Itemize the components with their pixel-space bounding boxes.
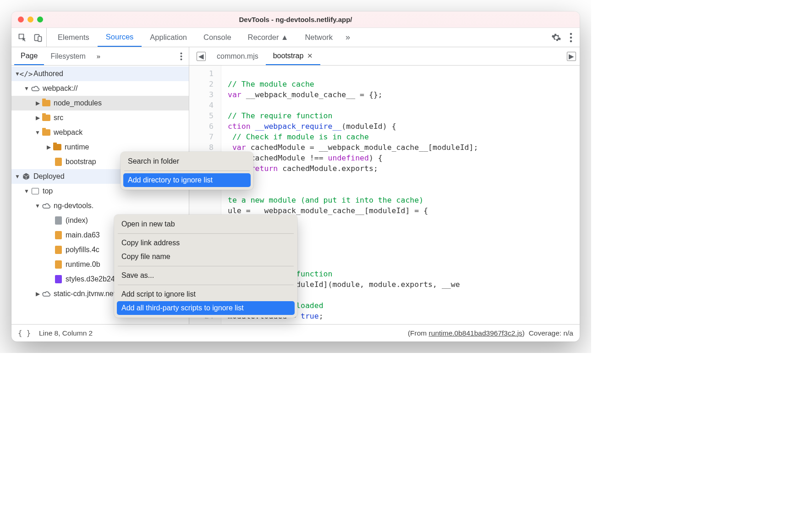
tab-console[interactable]: Console [195,28,240,47]
navigator-tab-page[interactable]: Page [14,47,44,65]
tree-group-authored[interactable]: </> Authored [11,66,189,81]
sub-header: Page Filesystem » ◀ common.mjs bootstrap… [11,47,580,66]
tree-label: node_modules [54,99,102,107]
zoom-window-button[interactable] [37,17,43,22]
window-title: DevTools - ng-devtools.netlify.app/ [11,16,580,23]
cloud-icon [42,201,51,210]
tree-label: src [54,114,63,122]
minimize-window-button[interactable] [27,17,33,22]
editor-tab-label: common.mjs [217,52,258,61]
frame-icon [31,187,40,196]
tab-recorder[interactable]: Recorder ▲ [240,28,297,47]
file-icon [54,260,63,269]
tree-label: runtime.0b [66,260,100,269]
tree-label: ng-devtools. [54,202,93,210]
close-window-button[interactable] [18,17,24,22]
devtools-window: DevTools - ng-devtools.netlify.app/ Elem… [11,11,580,342]
top-tab-bar: Elements Sources Application Console Rec… [11,28,580,47]
ctx-add-all-thirdparty-ignore[interactable]: Add all third-party scripts to ignore li… [117,301,295,315]
tree-label: Deployed [33,172,65,181]
tree-label: webpack:// [43,84,77,93]
svg-rect-1 [38,36,42,41]
tab-recorder-label: Recorder [248,33,279,42]
file-icon [54,157,63,166]
cloud-icon [31,84,40,93]
tree-item-src[interactable]: src [11,110,189,125]
editor-tab-common[interactable]: common.mjs [209,47,266,65]
editor-nav-forward-icon[interactable]: ▶ [563,47,580,65]
context-menu-file: Open in new tab Copy link address Copy f… [114,215,297,318]
cursor-position: Line 8, Column 2 [39,329,93,337]
device-toggle-icon[interactable] [33,33,43,42]
package-icon [22,172,31,181]
navigator-tabs-overflow-icon[interactable]: » [92,52,105,60]
ctx-copy-filename[interactable]: Copy file name [114,250,297,264]
svg-point-4 [570,40,572,42]
chevron-right-icon [34,115,41,121]
tree-label: runtime [65,143,89,151]
svg-point-2 [570,33,572,35]
settings-gear-icon[interactable] [551,33,561,43]
tree-item-webpack-folder[interactable]: webpack [11,125,189,140]
folder-icon [42,99,51,108]
ctx-add-script-ignore[interactable]: Add script to ignore list [114,287,297,301]
tree-label: main.da63 [66,231,100,239]
file-icon [54,245,63,254]
tree-item-node-modules[interactable]: node_modules [11,96,189,110]
tree-label: top [43,187,53,195]
editor-tabs: ◀ common.mjs bootstrap ✕ ▶ [189,47,580,65]
chevron-down-icon [23,85,30,92]
source-info: (From runtime.0b841bad3967f3c2.js) Cover… [408,329,573,337]
tree-label: webpack [54,128,82,137]
tabs-overflow-icon[interactable]: » [341,33,355,42]
source-link[interactable]: runtime.0b841bad3967f3c2.js [429,329,522,337]
tree-label: polyfills.4c [66,246,99,254]
flask-icon: ▲ [281,33,288,42]
titlebar: DevTools - ng-devtools.netlify.app/ [11,11,580,28]
menu-separator [118,285,294,285]
context-menu-folder: Search in folder Add directory to ignore… [121,152,253,190]
ctx-add-directory-ignore[interactable]: Add directory to ignore list [123,173,251,187]
tree-item-ngdevtools[interactable]: ng-devtools. [11,198,189,213]
chevron-down-icon [34,203,41,209]
ctx-search-folder[interactable]: Search in folder [121,154,253,168]
menu-separator [124,171,250,171]
folder-icon [42,113,51,122]
tab-sources[interactable]: Sources [98,28,142,47]
coverage-label: Coverage: n/a [529,329,573,337]
traffic-lights [18,17,43,22]
chevron-down-icon [34,129,41,136]
navigator-more-icon[interactable] [174,52,189,61]
menu-separator [118,266,294,266]
file-icon [54,216,63,225]
svg-point-7 [181,58,182,60]
chevron-right-icon [34,291,41,297]
svg-point-6 [181,55,182,57]
chevron-down-icon [23,188,30,194]
editor-tab-label: bootstrap [273,52,304,60]
inspect-element-icon[interactable] [18,33,27,42]
ctx-open-new-tab[interactable]: Open in new tab [114,217,297,231]
close-tab-icon[interactable]: ✕ [307,52,313,60]
editor-tab-bootstrap[interactable]: bootstrap ✕ [266,47,321,65]
pretty-print-icon[interactable]: { } [18,329,31,337]
status-bar: { } Line 8, Column 2 (From runtime.0b841… [11,324,580,342]
navigator-tab-filesystem[interactable]: Filesystem [44,47,92,65]
tree-label: static-cdn.jtvnw.net [54,290,115,298]
tab-network[interactable]: Network [296,28,341,47]
svg-point-3 [570,36,572,39]
cloud-icon [42,289,51,298]
chevron-right-icon [45,144,52,150]
chevron-down-icon [14,173,21,180]
tree-item-webpack-scheme[interactable]: webpack:// [11,81,189,96]
kebab-menu-icon[interactable] [570,33,572,43]
tree-label: Authored [33,70,63,78]
tree-label: bootstrap [66,158,96,166]
folder-icon [42,128,51,137]
folder-icon [53,143,62,152]
ctx-copy-link[interactable]: Copy link address [114,236,297,250]
editor-nav-back-icon[interactable]: ◀ [193,47,209,65]
tab-elements[interactable]: Elements [49,28,98,47]
tab-application[interactable]: Application [142,28,195,47]
ctx-save-as[interactable]: Save as... [114,269,297,282]
